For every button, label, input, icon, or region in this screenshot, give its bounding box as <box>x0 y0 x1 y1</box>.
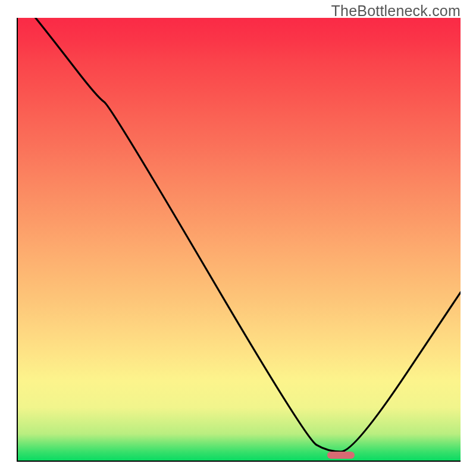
chart-container: TheBottleneck.com <box>0 0 476 476</box>
optimal-marker <box>327 452 355 459</box>
watermark-text: TheBottleneck.com <box>331 2 461 20</box>
line-curve <box>18 18 461 461</box>
plot-area <box>17 18 461 462</box>
